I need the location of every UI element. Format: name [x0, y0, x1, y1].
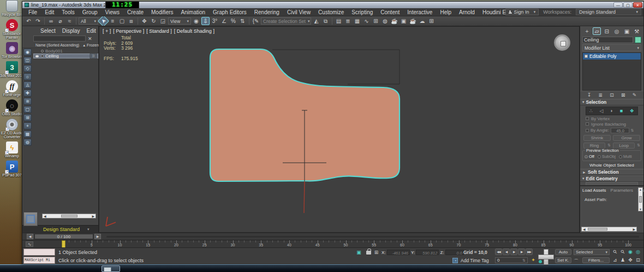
tab-create[interactable]: ＋ — [583, 27, 591, 35]
tab-modify[interactable]: ▱ — [593, 27, 601, 35]
spinner-icon[interactable]: ⇅ — [607, 143, 611, 147]
pin-stack-icon[interactable]: ↧ — [587, 92, 592, 98]
isolate-selection-icon[interactable]: ▣ — [355, 249, 362, 256]
tab-hierarchy[interactable]: ⊟ — [603, 27, 611, 35]
filter-geometry-icon[interactable]: ◫ — [23, 57, 32, 64]
by-vertex-checkbox[interactable]: By Vertex — [580, 116, 643, 121]
menu-customize[interactable]: Customize — [314, 8, 348, 16]
spinner-icon[interactable]: ⇅ — [631, 128, 634, 133]
scene-explorer-search-input[interactable] — [33, 36, 86, 42]
set-key-button[interactable]: Set K. — [555, 257, 571, 263]
maxscript-mini-listener[interactable] — [23, 249, 55, 256]
grow-button[interactable]: Grow — [613, 135, 640, 141]
element-subobject-icon[interactable]: ❖ — [630, 108, 634, 114]
key-filters-button[interactable]: Filters... — [582, 257, 610, 263]
menu-civil-view[interactable]: Civil View — [283, 8, 314, 16]
select-rotate-icon[interactable]: ↻ — [150, 17, 158, 25]
reference-coordinate-dropdown[interactable]: View — [168, 17, 191, 25]
scroll-left-icon[interactable]: ◀ — [583, 227, 586, 231]
show-end-result-icon[interactable]: ≣ — [598, 92, 603, 98]
ignore-backfacing-checkbox[interactable]: Ignore Backfacing — [580, 121, 643, 127]
mini-curve-editor-button[interactable]: ∿ — [26, 241, 33, 247]
z-coordinate-field[interactable]: 0,0 — [445, 250, 464, 255]
menu-group[interactable]: Group — [79, 8, 102, 16]
scroll-thumb[interactable] — [639, 196, 642, 203]
perspective-viewport[interactable]: [ + ][ Perspective ][ Standard ][ Defaul… — [99, 26, 580, 233]
next-frame-icon[interactable]: ▶ — [518, 249, 525, 255]
desktop-icon-pspad[interactable]: P↗PSPad 307 — [0, 161, 24, 177]
track-bar[interactable]: ∿ 05101520253035404550556065707580859095… — [22, 240, 643, 247]
scene-explorer-hscrollbar[interactable]: ◀ ▶ — [42, 214, 96, 218]
set-keys-button[interactable] — [538, 249, 553, 264]
scroll-up-icon[interactable]: ▲ — [639, 188, 642, 191]
filter-materials-icon[interactable]: ◍ — [23, 139, 32, 146]
desktop-icon-3ds-max-2017[interactable]: 3↗3ds Max 2017 — [0, 61, 24, 78]
scroll-thumb[interactable] — [588, 228, 607, 230]
zoom-extents-icon[interactable]: ◉ — [627, 249, 634, 255]
asset-panel-hscrollbar[interactable]: ◀ ▶ — [581, 227, 637, 232]
workspace-dropdown[interactable]: Design Standard — [576, 9, 641, 15]
viewcube[interactable] — [554, 34, 570, 51]
selection-region-icon[interactable]: ▢ — [118, 17, 126, 25]
polygon-subobject-icon[interactable]: ■ — [620, 108, 623, 114]
render-cloud-icon[interactable]: ☁ — [418, 17, 426, 25]
selection-filter-dropdown[interactable]: All — [79, 17, 98, 25]
preview-option-subobj[interactable]: SubObj — [598, 154, 616, 159]
previous-key-icon[interactable]: ◀ — [27, 234, 33, 239]
configure-modifier-icon[interactable]: ✎ — [633, 92, 637, 98]
menu-graph-editors[interactable]: Graph Editors — [209, 8, 251, 16]
clear-search-icon[interactable]: ✕ — [88, 36, 92, 42]
menu-scripting[interactable]: Scripting — [348, 8, 377, 16]
spinner-icon[interactable]: ⇅ — [637, 143, 640, 147]
sign-in-button[interactable]: Sign In — [505, 9, 539, 15]
maxscript-mini-listener-input[interactable]: MAXScript Mi — [23, 257, 55, 264]
layout-corner-widget[interactable] — [23, 212, 38, 226]
asset-tab-parameters[interactable]: Parameters — [611, 188, 633, 193]
undo-icon[interactable]: ↶ — [25, 17, 33, 25]
time-slider-cursor[interactable] — [62, 240, 65, 247]
fov-icon[interactable]: ⊿ — [612, 257, 618, 263]
snap-toggle-icon[interactable]: 3° — [211, 17, 219, 25]
zoom-all-icon[interactable]: ⚲ — [618, 247, 628, 257]
edge-subobject-icon[interactable]: ◁ — [599, 108, 603, 114]
selection-rollout-header[interactable]: ▾ Selection — [580, 99, 643, 105]
scroll-right-icon[interactable]: ▶ — [92, 214, 94, 218]
rendered-frame-icon[interactable]: ▣ — [399, 17, 408, 25]
select-by-name-icon[interactable]: ≡ — [109, 17, 117, 25]
modifier-stack-row[interactable]: Editable Poly — [583, 53, 641, 60]
menu-content[interactable]: Content — [377, 8, 403, 16]
x-coordinate-field[interactable]: -461,946 — [387, 250, 410, 255]
taskbar-window-button[interactable] — [102, 265, 120, 272]
scene-object-row[interactable]: Body001 — [33, 49, 98, 54]
align-icon[interactable]: ⧉ — [321, 17, 330, 25]
unlink-icon[interactable]: ⌀ — [56, 17, 64, 25]
scene-object-row[interactable]: Ceiling⟩⟩ — [33, 54, 98, 58]
y-coordinate-field[interactable]: 590,812 — [416, 250, 439, 255]
loop-button[interactable]: Loop — [613, 143, 635, 149]
asset-tab-load-assets[interactable]: Load Assets — [582, 188, 606, 193]
minimize-button[interactable]: — — [613, 2, 623, 8]
filter-shapes-icon[interactable]: ◇ — [23, 65, 32, 72]
selected-key-filter-dropdown[interactable]: Selected — [574, 249, 610, 255]
menu-interactive[interactable]: Interactive — [403, 8, 436, 16]
walkthrough-icon[interactable]: ♟ — [619, 257, 626, 263]
angle-snap-icon[interactable]: ∠ — [220, 17, 228, 25]
tab-motion[interactable]: ◎ — [613, 27, 621, 35]
tab-display[interactable]: ▣ — [623, 27, 631, 35]
scene-explorer-menu-display[interactable]: Display — [59, 28, 83, 34]
filter-xrefs-icon[interactable]: ⊞ — [23, 114, 32, 121]
viewport-label-segment-1[interactable]: [ Perspective ] — [113, 28, 144, 34]
mirror-icon[interactable]: ◭ — [312, 17, 320, 25]
filter-helpers-icon[interactable]: ✚ — [23, 90, 32, 97]
auto-key-button[interactable]: Auto — [555, 249, 571, 255]
menu-file[interactable]: File — [25, 8, 41, 16]
scroll-right-icon[interactable]: ▶ — [633, 227, 635, 231]
render-flyout-icon[interactable]: ⊞ — [427, 17, 436, 25]
menu-arnold[interactable]: Arnold — [455, 8, 479, 16]
create-selection-set-dropdown[interactable]: Create Selection Set — [261, 17, 311, 25]
maximize-button[interactable]: ▢ — [623, 2, 633, 8]
filter-cameras-icon[interactable]: ◬ — [23, 81, 32, 88]
desktop-icon-recycle-bin[interactable]: Recycle Bin — [0, 0, 24, 16]
absolute-offset-mode-icon[interactable]: ⊞ — [373, 249, 380, 256]
named-selection-sets-icon[interactable]: {✎ — [252, 17, 260, 25]
